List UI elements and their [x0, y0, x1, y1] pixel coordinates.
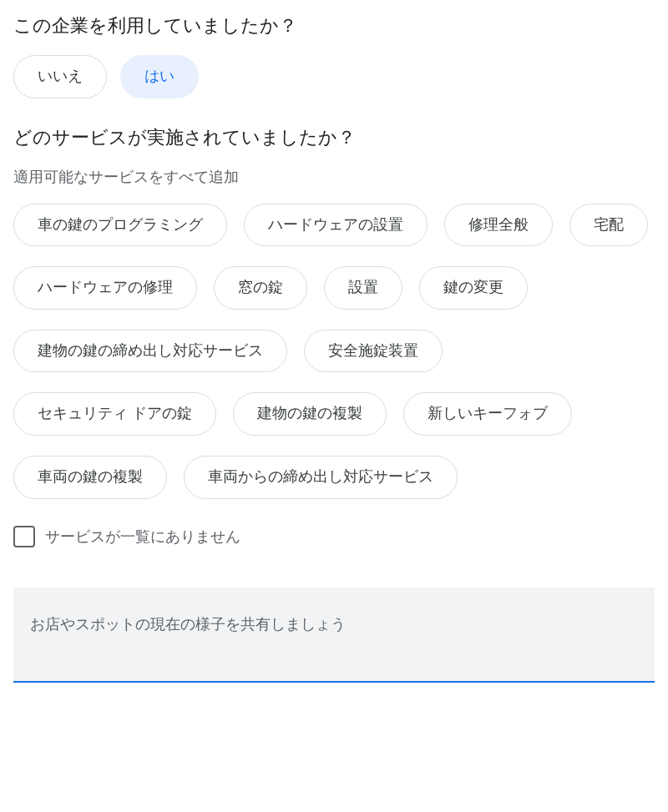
service-chip[interactable]: 車の鍵のプログラミング — [13, 204, 227, 247]
service-chip[interactable]: 車両の鍵の複製 — [13, 456, 167, 499]
yesno-chips: いいえ はい — [13, 55, 655, 98]
question-2-title: どのサービスが実施されていましたか？ — [13, 125, 655, 150]
services-chip-container: 車の鍵のプログラミング ハードウェアの設置 修理全般 宅配 ハードウェアの修理 … — [13, 204, 655, 499]
question-used-business: この企業を利用していましたか？ いいえ はい — [13, 13, 655, 98]
service-chip[interactable]: ハードウェアの修理 — [13, 266, 197, 310]
service-chip[interactable]: セキュリティ ドアの錠 — [13, 392, 216, 436]
no-chip[interactable]: いいえ — [13, 55, 107, 98]
service-chip[interactable]: 宅配 — [569, 204, 648, 247]
service-chip[interactable]: ハードウェアの設置 — [244, 204, 428, 247]
not-listed-row: サービスが一覧にありません — [13, 526, 655, 547]
service-chip[interactable]: 鍵の変更 — [419, 266, 528, 310]
question-services: どのサービスが実施されていましたか？ 適用可能なサービスをすべて追加 車の鍵のプ… — [13, 125, 655, 547]
service-chip[interactable]: 窓の錠 — [214, 266, 307, 310]
question-2-subtitle: 適用可能なサービスをすべて追加 — [13, 167, 655, 187]
service-chip[interactable]: 修理全般 — [444, 204, 553, 247]
not-listed-label: サービスが一覧にありません — [45, 527, 240, 547]
share-prompt-text: お店やスポットの現在の様子を共有しましょう — [30, 614, 638, 634]
service-chip[interactable]: 車両からの締め出し対応サービス — [184, 456, 458, 499]
service-chip[interactable]: 建物の鍵の複製 — [233, 392, 387, 436]
service-chip[interactable]: 設置 — [324, 266, 402, 310]
share-prompt-box[interactable]: お店やスポットの現在の様子を共有しましょう — [13, 588, 655, 683]
service-chip[interactable]: 安全施錠装置 — [304, 330, 443, 373]
question-1-title: この企業を利用していましたか？ — [13, 13, 655, 38]
not-listed-checkbox[interactable] — [13, 526, 35, 547]
yes-chip[interactable]: はい — [120, 55, 199, 98]
service-chip[interactable]: 新しいキーフォブ — [403, 392, 572, 436]
service-chip[interactable]: 建物の鍵の締め出し対応サービス — [13, 330, 287, 373]
